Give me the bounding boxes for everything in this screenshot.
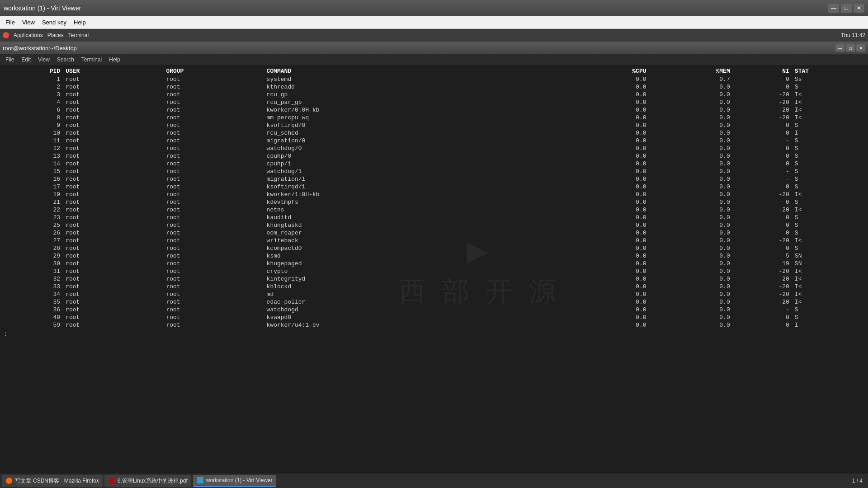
cell-stat: S — [792, 198, 864, 206]
cell-stat: SN — [792, 252, 864, 260]
pdf-icon — [108, 477, 115, 484]
cell-pid: 17 — [4, 183, 63, 191]
terminal-menu-file[interactable]: File — [2, 56, 18, 64]
cell-cpu: 0.0 — [565, 91, 649, 99]
taskbar-item-pdf[interactable]: 6.管理Linux系统中的进程.pdf — [104, 475, 191, 487]
process-tbody: 1rootrootsystemd0.00.70Ss2rootrootkthrea… — [4, 75, 864, 329]
virt-titlebar: workstation (1) - Virt Viewer — □ ✕ — [0, 0, 868, 16]
terminal-minimize-button[interactable]: — — [835, 44, 844, 52]
cell-user: root — [63, 321, 163, 329]
cell-pid: 4 — [4, 99, 63, 106]
table-row: 59rootrootkworker/u4:1-ev0.00.00I — [4, 321, 864, 329]
terminal-content[interactable]: ▶ 西 部 开 源 PID USER GROUP COMMAND %CPU %M… — [0, 65, 868, 474]
vm-app-dot — [3, 32, 9, 38]
virt-title: workstation (1) - Virt Viewer — [4, 5, 81, 12]
cell-group: root — [163, 75, 264, 83]
terminal-menu-search[interactable]: Search — [53, 56, 78, 64]
cell-stat: S — [792, 145, 864, 152]
cell-ni: 0 — [733, 229, 792, 237]
cell-command: kcompactd0 — [264, 244, 566, 252]
header-pid: PID — [4, 67, 63, 75]
virt-maximize-button[interactable]: □ — [841, 4, 852, 13]
cell-group: root — [163, 221, 264, 229]
cell-group: root — [163, 291, 264, 298]
virt-close-button[interactable]: ✕ — [854, 4, 864, 13]
cell-stat: I< — [792, 106, 864, 114]
cell-pid: 25 — [4, 221, 63, 229]
vm-applications-label[interactable]: Applications — [14, 32, 43, 38]
cell-group: root — [163, 106, 264, 114]
terminal-menu-view[interactable]: View — [34, 56, 53, 64]
virt-menu-view[interactable]: View — [19, 18, 38, 27]
terminal-close-button[interactable]: ✕ — [856, 44, 865, 52]
cell-stat: I< — [792, 114, 864, 122]
cell-pid: 35 — [4, 298, 63, 306]
cell-user: root — [63, 198, 163, 206]
cell-ni: -20 — [733, 91, 792, 99]
virt-menu-help[interactable]: Help — [70, 18, 90, 27]
cell-stat: Ss — [792, 75, 864, 83]
terminal-menu-edit[interactable]: Edit — [18, 56, 34, 64]
cell-stat: I< — [792, 275, 864, 283]
header-stat: STAT — [792, 67, 864, 75]
cell-cpu: 0.0 — [565, 214, 649, 221]
cell-stat: S — [792, 229, 864, 237]
cell-ni: 5 — [733, 252, 792, 260]
cell-command: kworker/1:0H-kb — [264, 191, 566, 198]
cell-group: root — [163, 160, 264, 168]
cell-group: root — [163, 183, 264, 191]
cell-mem: 0.7 — [649, 75, 733, 83]
cell-stat: I< — [792, 99, 864, 106]
vm-places-label[interactable]: Places — [47, 32, 64, 38]
cell-pid: 15 — [4, 168, 63, 175]
terminal-menu-terminal[interactable]: Terminal — [78, 56, 105, 64]
cell-stat: I< — [792, 267, 864, 275]
cell-cpu: 0.0 — [565, 283, 649, 291]
virt-menu-file[interactable]: File — [2, 18, 19, 27]
cursor-line[interactable]: : — [4, 331, 864, 338]
vm-terminal-label[interactable]: Terminal — [68, 32, 89, 38]
terminal-maximize-button[interactable]: □ — [846, 44, 855, 52]
taskbar-item-firefox[interactable]: 写文章-CSDN博客 - Mozilla Firefox — [2, 475, 103, 487]
terminal-menu-help[interactable]: Help — [105, 56, 124, 64]
terminal-window: root@workstation:~/Desktop — □ ✕ File Ed… — [0, 42, 868, 474]
taskbar-item-virt[interactable]: workstation (1) - Virt Viewer — [193, 475, 276, 487]
cell-group: root — [163, 244, 264, 252]
cell-user: root — [63, 91, 163, 99]
cell-ni: -20 — [733, 114, 792, 122]
cell-stat: S — [792, 175, 864, 183]
cell-user: root — [63, 206, 163, 214]
cell-mem: 0.0 — [649, 267, 733, 275]
cell-group: root — [163, 298, 264, 306]
cell-command: systemd — [264, 75, 566, 83]
cell-user: root — [63, 244, 163, 252]
cell-ni: -20 — [733, 298, 792, 306]
cell-cpu: 0.0 — [565, 198, 649, 206]
table-row: 8rootrootmm_percpu_wq0.00.0-20I< — [4, 114, 864, 122]
cell-stat: I — [792, 321, 864, 329]
header-user: USER — [63, 67, 163, 75]
cell-group: root — [163, 321, 264, 329]
cell-group: root — [163, 237, 264, 244]
virt-minimize-button[interactable]: — — [828, 4, 839, 13]
taskbar-page-indicator: 1 / 4 — [852, 478, 866, 484]
cell-pid: 19 — [4, 191, 63, 198]
cell-group: root — [163, 252, 264, 260]
cell-pid: 33 — [4, 283, 63, 291]
cell-cpu: 0.0 — [565, 244, 649, 252]
cell-pid: 8 — [4, 114, 63, 122]
firefox-icon — [5, 477, 13, 484]
virt-menu-sendkey[interactable]: Send key — [38, 18, 70, 27]
cell-command: khungtaskd — [264, 221, 566, 229]
cell-ni: 0 — [733, 314, 792, 321]
table-row: 1rootrootsystemd0.00.70Ss — [4, 75, 864, 83]
cell-pid: 30 — [4, 260, 63, 267]
cell-user: root — [63, 160, 163, 168]
cell-group: root — [163, 137, 264, 145]
vm-display[interactable]: Applications Places Terminal Thu 11:42 r… — [0, 29, 868, 474]
cell-cpu: 0.0 — [565, 306, 649, 314]
cell-user: root — [63, 137, 163, 145]
cell-cpu: 0.0 — [565, 175, 649, 183]
cell-ni: 0 — [733, 198, 792, 206]
cell-mem: 0.0 — [649, 160, 733, 168]
